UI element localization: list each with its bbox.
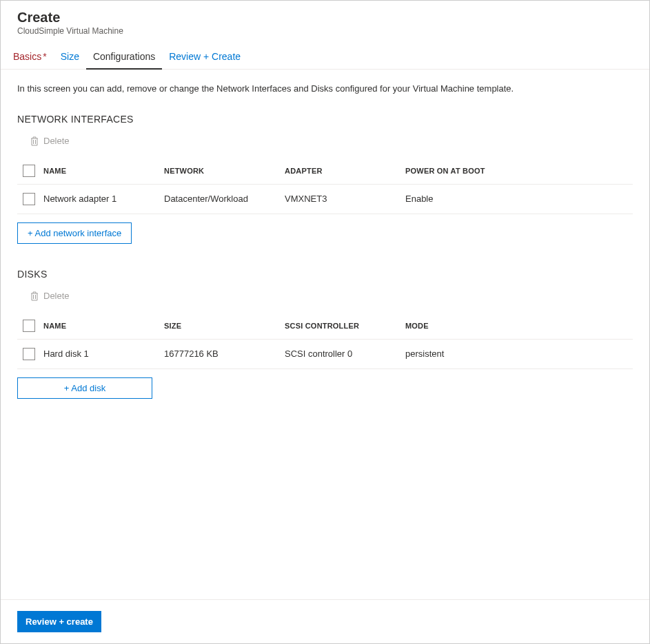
- add-network-interface-button[interactable]: + Add network interface: [17, 222, 132, 244]
- disks-table-row[interactable]: Hard disk 1 16777216 KB SCSI controller …: [17, 339, 633, 368]
- network-select-all-checkbox[interactable]: [23, 165, 35, 177]
- disks-row-size: 16777216 KB: [164, 339, 285, 368]
- page-subtitle: CloudSimple Virtual Machine: [17, 26, 633, 36]
- disks-section-title: DISKS: [17, 269, 633, 280]
- disks-col-mode: MODE: [405, 313, 633, 340]
- disks-select-all-checkbox[interactable]: [23, 320, 35, 332]
- network-col-name: NAME: [43, 158, 164, 185]
- trash-icon: [30, 291, 39, 302]
- network-checkbox-header: [17, 158, 43, 185]
- review-create-button[interactable]: Review + create: [17, 611, 101, 632]
- network-col-adapter: ADAPTER: [285, 158, 405, 185]
- tab-review[interactable]: Review + Create: [162, 47, 247, 70]
- trash-icon: [30, 136, 39, 147]
- tab-basics-label: Basics: [13, 51, 41, 62]
- network-row-network: Datacenter/Workload: [164, 184, 285, 214]
- disks-delete-button[interactable]: Delete: [26, 289, 74, 303]
- network-row-name: Network adapter 1: [43, 184, 164, 214]
- content-area: In this screen you can add, remove or ch…: [1, 70, 649, 599]
- tab-bar: Basics* Size Configurations Review + Cre…: [1, 39, 649, 70]
- network-row-checkbox[interactable]: [23, 193, 35, 205]
- disks-row-checkbox[interactable]: [23, 348, 35, 360]
- tab-basics[interactable]: Basics*: [6, 47, 54, 70]
- add-disk-button[interactable]: + Add disk: [17, 377, 152, 399]
- network-row-power: Enable: [405, 184, 633, 214]
- footer: Review + create: [1, 599, 649, 643]
- disks-col-size: SIZE: [164, 313, 285, 340]
- disks-row-name: Hard disk 1: [43, 339, 164, 368]
- disks-row-mode: persistent: [405, 339, 633, 368]
- network-col-network: NETWORK: [164, 158, 285, 185]
- network-toolbar: Delete: [26, 134, 633, 148]
- network-row-adapter: VMXNET3: [285, 184, 405, 214]
- network-delete-label: Delete: [43, 136, 70, 146]
- page-header: Create CloudSimple Virtual Machine: [1, 1, 649, 39]
- disks-row-controller: SCSI controller 0: [285, 339, 405, 368]
- network-delete-button[interactable]: Delete: [26, 134, 74, 148]
- disks-table: NAME SIZE SCSI CONTROLLER MODE Hard disk…: [17, 313, 633, 369]
- disks-col-name: NAME: [43, 313, 164, 340]
- tab-size[interactable]: Size: [54, 47, 86, 70]
- network-table: NAME NETWORK ADAPTER POWER ON AT BOOT Ne…: [17, 158, 633, 214]
- network-table-row[interactable]: Network adapter 1 Datacenter/Workload VM…: [17, 184, 633, 214]
- tab-configurations[interactable]: Configurations: [86, 47, 162, 70]
- disks-delete-label: Delete: [43, 291, 70, 301]
- description-text: In this screen you can add, remove or ch…: [17, 82, 633, 96]
- network-section-title: NETWORK INTERFACES: [17, 114, 633, 125]
- page-title: Create: [17, 9, 633, 25]
- disks-col-controller: SCSI CONTROLLER: [285, 313, 405, 340]
- network-col-power: POWER ON AT BOOT: [405, 158, 633, 185]
- disks-checkbox-header: [17, 313, 43, 340]
- required-asterisk: *: [43, 51, 46, 62]
- disks-toolbar: Delete: [26, 289, 633, 303]
